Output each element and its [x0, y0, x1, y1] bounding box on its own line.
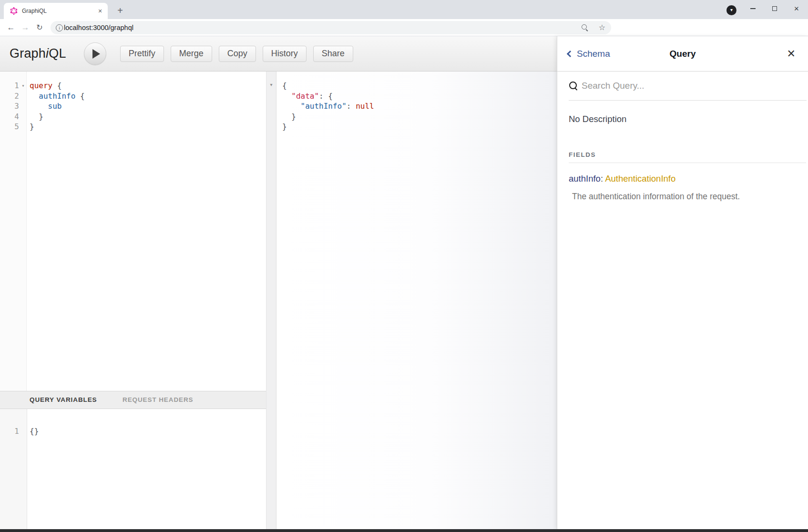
tab-request-headers[interactable]: REQUEST HEADERS [123, 391, 194, 409]
window-close-button[interactable]: ✕ [786, 0, 808, 17]
code-line: 5} [0, 122, 266, 132]
line-number: 2 [0, 91, 19, 102]
doc-fields-header: FIELDS [569, 151, 797, 158]
window-minimize-button[interactable] [742, 0, 764, 17]
code-line: 4 } [0, 112, 266, 122]
line-number: 1 [0, 426, 19, 437]
back-button[interactable]: ← [5, 21, 17, 34]
url-input[interactable] [64, 21, 493, 34]
variables-editor-code[interactable]: 1{} [0, 409, 266, 437]
graphiql-logo: GraphiQL [10, 46, 66, 61]
doc-field-separator: : [601, 174, 605, 184]
toolbar-button-history[interactable]: History [263, 46, 307, 62]
window-controls: ✕ [742, 0, 808, 17]
tab-title: GraphiQL [22, 8, 47, 14]
code-text: } [27, 122, 34, 132]
code-text: "data": { [280, 91, 333, 102]
new-tab-button[interactable]: + [113, 4, 127, 18]
code-line: 3 sub [0, 101, 266, 112]
code-line: 1{} [0, 426, 266, 437]
code-line: "authInfo": null [280, 101, 557, 112]
toolbar-buttons: PrettifyMergeCopyHistoryShare [120, 46, 353, 62]
code-line: } [280, 112, 557, 122]
line-number: 5 [0, 122, 19, 132]
maximize-icon [772, 6, 777, 11]
line-number: 1 [0, 81, 19, 91]
doc-field-name-link[interactable]: authInfo [569, 174, 601, 184]
doc-divider [569, 163, 806, 163]
code-line: { [280, 81, 557, 91]
toolbar-button-copy[interactable]: Copy [219, 46, 256, 62]
minimize-icon [750, 8, 756, 9]
bookmark-star-icon[interactable]: ☆ [596, 21, 608, 34]
doc-field-row: authInfo: AuthenticationInfo [569, 174, 797, 184]
fold-gutter-spacer [19, 426, 27, 437]
toolbar-button-merge[interactable]: Merge [171, 46, 212, 62]
graphql-favicon-icon [10, 7, 18, 15]
reload-button[interactable]: ↻ [33, 21, 46, 34]
doc-no-description: No Description [569, 114, 797, 124]
toolbar-button-prettify[interactable]: Prettify [120, 46, 164, 62]
line-number: 3 [0, 101, 19, 112]
fold-gutter-spacer [19, 112, 27, 122]
tab-query-variables[interactable]: QUERY VARIABLES [30, 391, 97, 409]
doc-search-input[interactable] [582, 81, 782, 91]
page-info-icon[interactable]: i [56, 24, 63, 31]
result-fold-caret-icon[interactable]: ▾ [266, 82, 276, 87]
search-icon [569, 81, 578, 91]
code-text: "authInfo": null [280, 101, 374, 112]
tab-close-icon[interactable]: ✕ [96, 7, 104, 15]
page-zoom-icon[interactable] [581, 24, 589, 31]
execute-query-button[interactable] [84, 42, 106, 65]
variables-editor[interactable]: 1{} [0, 409, 266, 529]
fold-gutter-spacer [19, 91, 27, 102]
fold-gutter-spacer [19, 122, 27, 132]
code-text: {} [27, 426, 39, 437]
query-editor-code[interactable]: 1▾query {2 authInfo {3 sub4 }5} [0, 72, 266, 132]
code-line: } [280, 122, 557, 132]
code-text: } [280, 122, 287, 132]
secondary-editor-tabbar: QUERY VARIABLES REQUEST HEADERS [0, 391, 266, 409]
doc-close-icon[interactable]: ✕ [787, 36, 796, 72]
code-text: { [280, 81, 287, 91]
browser-tab-strip: GraphiQL ✕ + ▾ ✕ [0, 0, 808, 19]
forward-button: → [19, 21, 31, 34]
address-bar[interactable]: i ☆ [51, 21, 611, 34]
doc-explorer-titlebar: Schema Query ✕ [557, 36, 808, 72]
doc-explorer-panel: Schema Query ✕ No Description FIELDS aut… [557, 36, 808, 529]
code-line: "data": { [280, 91, 557, 102]
code-text: query { [27, 81, 61, 91]
code-text: sub [27, 101, 61, 112]
browser-toolbar: ← → ↻ i ☆ P Tp L Aktualisieren [0, 19, 808, 36]
code-line: 2 authInfo { [0, 91, 266, 102]
fold-gutter-spacer [19, 101, 27, 112]
line-number: 4 [0, 112, 19, 122]
doc-title: Query [557, 36, 808, 72]
doc-field-type-link[interactable]: AuthenticationInfo [605, 174, 675, 184]
tab-search-button[interactable]: ▾ [726, 5, 736, 15]
browser-tab[interactable]: GraphiQL ✕ [4, 3, 108, 19]
fold-caret-icon[interactable]: ▾ [19, 81, 27, 91]
result-fold-gutter: ▾ [266, 72, 276, 529]
code-text: } [280, 112, 296, 122]
window-maximize-button[interactable] [764, 0, 786, 17]
toolbar-button-share[interactable]: Share [313, 46, 353, 62]
play-icon [92, 49, 100, 59]
query-editor[interactable]: 1▾query {2 authInfo {3 sub4 }5} [0, 72, 266, 391]
result-viewer-code: { "data": { "authInfo": null }} [276, 72, 557, 132]
doc-field-description: The authentication information of the re… [572, 192, 797, 202]
code-text: } [27, 112, 43, 122]
doc-explorer-body: No Description FIELDS authInfo: Authenti… [557, 114, 808, 202]
doc-search-row [569, 72, 807, 101]
result-viewer: { "data": { "authInfo": null }} [276, 72, 557, 529]
code-text: authInfo { [27, 91, 85, 102]
code-line: 1▾query { [0, 81, 266, 91]
window-bottom-edge [0, 529, 808, 532]
